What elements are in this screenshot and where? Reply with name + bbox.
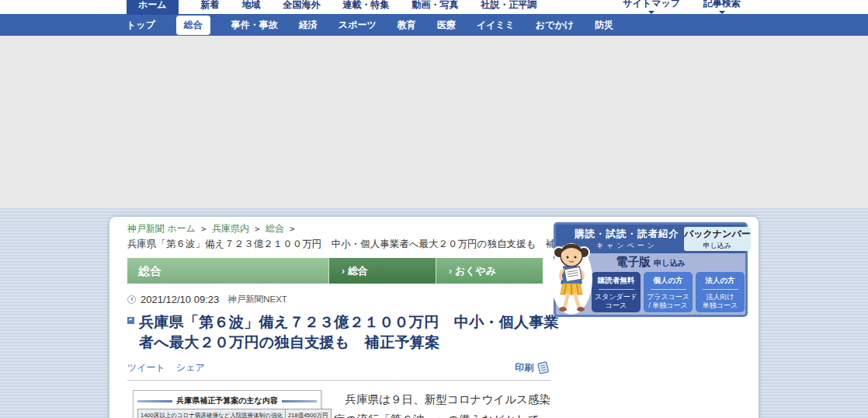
article-figure[interactable]: 兵庫県補正予算案の主な内容 1400床以上のコロナ病床確保など入院医療体制の強化… <box>133 390 321 418</box>
backnumber-line2: 申し込み <box>703 241 731 251</box>
subnav-odekake[interactable]: おでかけ <box>536 19 574 32</box>
section-tab-sogo[interactable]: › 総合 <box>328 258 436 284</box>
article-text-column: 兵庫県は９日、新型コロナウイルス感染症の流行「第６波」への備えなどとして、総額７… <box>334 390 550 418</box>
subnav-kyoiku[interactable]: 教育 <box>398 19 416 32</box>
breadcrumb-separator: ＞ <box>253 224 262 233</box>
chevron-down-icon <box>648 11 654 14</box>
article-body-row: 兵庫県補正予算案の主な内容 1400床以上のコロナ病床確保など入院医療体制の強化… <box>127 390 747 418</box>
subnav-iryo[interactable]: 医療 <box>437 19 456 32</box>
ad-placeholder-area <box>0 36 868 208</box>
subnav-jiken[interactable]: 事件・事故 <box>231 19 278 32</box>
tab-video[interactable]: 動画・写真 <box>412 0 459 14</box>
header-top-bar: ホーム 新着 地域 全国海外 連載・特集 動画・写真 社説・正平調 サイトマップ… <box>0 0 868 14</box>
printer-icon <box>536 361 550 374</box>
button-sub1: 法人向け <box>696 293 745 301</box>
newspaper-girl-illustration <box>550 234 598 315</box>
subnav-keizai[interactable]: 経済 <box>299 19 318 32</box>
subnav-bosai[interactable]: 防災 <box>595 19 613 32</box>
banner-bottom: 電子版申し込み 購読者無料 スタンダード コース 個人の方 プラスコース / 単… <box>556 255 745 316</box>
figure-title-row: 兵庫県補正予算案の主な内容 <box>137 395 317 406</box>
subnav-bar: トップ 総合 事件・事故 経済 スポーツ 教育 医療 イイミミ おでかけ 防災 <box>0 14 868 36</box>
article-paragraph: 兵庫県は９日、新型コロナウイルス感染症の流行「第６波」への備えなどとして、総額７… <box>334 390 550 418</box>
tab-sitemap[interactable]: サイトマップ <box>623 0 680 14</box>
print-button[interactable]: 印刷 <box>515 361 550 374</box>
subnav-top[interactable]: トップ <box>127 19 155 32</box>
budget-item: 1400床以上のコロナ病床確保など入院医療体制の強化 <box>138 409 286 418</box>
divider <box>127 380 550 381</box>
button-sub2: / 単独コース <box>644 301 693 310</box>
button-sub1: プラスコース <box>644 293 693 301</box>
breadcrumb-home-link[interactable]: 神戸新聞 ホーム <box>127 223 196 234</box>
tab-national[interactable]: 全国海外 <box>283 0 321 14</box>
banner-buttons: 購読者無料 スタンダード コース 個人の方 プラスコース / 単独コース 法人の… <box>592 272 745 312</box>
tab-region[interactable]: 地域 <box>242 0 261 14</box>
button-title: 購読者無料 <box>592 276 641 286</box>
print-label: 印刷 <box>515 361 533 374</box>
section-current-label: 総合 <box>127 258 328 284</box>
breadcrumb-page-title: 兵庫県「第６波」備え７２３億２１００万円 中小・個人事業者へ最大２０万円の独自支… <box>127 238 562 251</box>
backnumber-button[interactable]: バックナンバー 申し込み <box>684 227 751 251</box>
tab-new[interactable]: 新着 <box>201 0 220 14</box>
subnav-sports[interactable]: スポーツ <box>339 19 377 32</box>
tweet-button[interactable]: ツイート <box>127 361 165 374</box>
clock-icon <box>127 295 136 304</box>
share-button[interactable]: シェア <box>176 361 205 374</box>
tab-editorial[interactable]: 社説・正平調 <box>481 0 537 14</box>
button-sub2: 単独コース <box>696 301 745 310</box>
article-headline-block: 兵庫県「第６波」備え７２３億２１００万円 中小・個人事業者へ最大２０万円の独自支… <box>127 312 562 352</box>
button-sub2: コース <box>592 301 641 310</box>
share-row: ツイート シェア 印刷 <box>127 361 550 374</box>
budget-table: 1400床以上のコロナ病床確保など入院医療体制の強化 218億4500万円 宿泊… <box>137 409 332 418</box>
corporate-course-button[interactable]: 法人の方 法人向け 単独コース <box>696 272 745 312</box>
section-tab-okuyami-label: おくやみ <box>455 264 496 278</box>
table-row: 1400床以上のコロナ病床確保など入院医療体制の強化 218億4500万円 <box>138 409 332 418</box>
tab-home[interactable]: ホーム <box>127 0 179 15</box>
button-divider <box>651 289 686 290</box>
article-card: 神戸新聞 ホーム＞兵庫県内＞総合＞ 兵庫県「第６波」備え７２３億２１００万円 中… <box>109 216 759 418</box>
article-datetime: 2021/12/10 09:23 <box>141 294 219 305</box>
arrow-icon: › <box>449 266 452 277</box>
subscription-banner[interactable]: 購読・試読・読者紹介 キャンペーン バックナンバー 申し込み 電子版申し込み 購… <box>554 222 748 317</box>
tab-article-search[interactable]: 記事検索 <box>703 0 741 14</box>
plus-course-button[interactable]: 個人の方 プラスコース / 単独コース <box>644 272 693 312</box>
subnav-sogo-active[interactable]: 総合 <box>176 16 210 35</box>
breadcrumb-separator: ＞ <box>200 224 208 233</box>
headline-bullet-icon <box>127 317 134 324</box>
button-divider <box>703 289 738 290</box>
article-headline: 兵庫県「第６波」備え７２３億２１００万円 中小・個人事業者へ最大２０万円の独自支… <box>139 312 562 352</box>
tab-series[interactable]: 連載・特集 <box>343 0 390 14</box>
button-title: 法人の方 <box>696 276 745 286</box>
figure-title: 兵庫県補正予算案の主な内容 <box>176 395 277 406</box>
chevron-down-icon <box>719 11 725 14</box>
standard-course-button[interactable]: 購読者無料 スタンダード コース <box>592 272 641 312</box>
denshiban-text: 電子版 <box>616 255 651 268</box>
breadcrumb-pref-link[interactable]: 兵庫県内 <box>212 223 249 234</box>
tab-sitemap-label: サイトマップ <box>623 0 680 10</box>
breadcrumb-sogo-link[interactable]: 総合 <box>266 223 284 234</box>
subnav-iimimi[interactable]: イイミミ <box>477 19 515 32</box>
backnumber-line1: バックナンバー <box>684 228 751 241</box>
button-divider <box>599 289 634 290</box>
tab-search-label: 記事検索 <box>703 0 741 10</box>
page-background: 神戸新聞 ホーム＞兵庫県内＞総合＞ 兵庫県「第６波」備え７２３億２１００万円 中… <box>0 208 868 418</box>
arrow-icon: › <box>342 266 345 277</box>
budget-value: 218億4500万円 <box>285 409 331 418</box>
section-tab-okuyami[interactable]: › おくやみ <box>436 258 543 284</box>
section-bar: 総合 › 総合 › おくやみ <box>127 258 543 284</box>
moshikomi-text: 申し込み <box>654 259 685 267</box>
section-tab-sogo-label: 総合 <box>348 264 368 278</box>
button-title: 個人の方 <box>644 276 693 286</box>
button-sub1: スタンダード <box>592 293 641 301</box>
article-source: 神戸新聞NEXT <box>227 294 287 305</box>
breadcrumb-separator: ＞ <box>288 224 297 233</box>
